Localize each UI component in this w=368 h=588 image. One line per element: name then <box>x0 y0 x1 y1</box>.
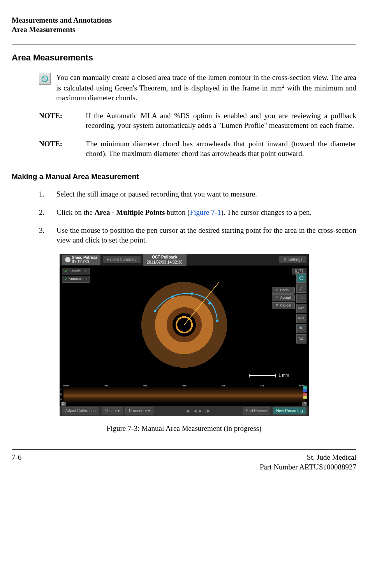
figure-reference-link[interactable]: Figure 7-1 <box>190 208 221 216</box>
area-tool-icon <box>39 73 51 85</box>
footer-rule <box>12 449 356 450</box>
new-recording-button[interactable]: New Recording <box>273 407 306 414</box>
screenshot-oct-app: Shea, Patricia ID: F0730 Patient Summary… <box>60 254 309 416</box>
gear-icon: ⚙ <box>283 257 287 262</box>
step-body: Click on the Area - Multiple Points butt… <box>56 208 356 218</box>
chevron-down-icon: ▾ <box>118 409 120 413</box>
step-2: 2. Click on the Area - Multiple Points b… <box>39 208 356 218</box>
figure-7-3: Shea, Patricia ID: F0730 Patient Summary… <box>12 254 356 434</box>
settings-button[interactable]: ⚙ Settings <box>279 256 306 263</box>
header-line-2: Area Measurements <box>12 25 356 34</box>
company-name: St. Jude Medical <box>260 453 356 462</box>
oct-image <box>137 278 231 372</box>
svg-point-3 <box>154 310 156 312</box>
note-label: NOTE: <box>39 139 86 149</box>
header-line-1: Measurements and Annotations <box>12 16 356 25</box>
note-body: The minimum diameter chord has arrowhead… <box>86 139 356 158</box>
app-header: Shea, Patricia ID: F0730 Patient Summary… <box>60 254 309 266</box>
page-header: Measurements and Annotations Area Measur… <box>12 16 356 34</box>
bookmark-markers <box>303 386 307 399</box>
page-number: 7-6 <box>12 453 21 472</box>
step-3: 3. Use the mouse to position the pen cur… <box>39 226 356 245</box>
procedure-dropdown[interactable]: Procedure ▾ <box>125 407 153 414</box>
chevron-down-icon: ▾ <box>148 409 150 413</box>
step-1: 1. Select the still image or paused reco… <box>39 190 356 199</box>
avatar-icon <box>65 257 70 262</box>
vessel-dropdown[interactable]: Vessel ▾ <box>102 407 123 414</box>
svg-point-4 <box>171 296 174 298</box>
tab-oct-pullback[interactable]: OCT Pullback 2011/02/03 14:52:36 <box>143 254 187 266</box>
svg-point-6 <box>208 302 211 305</box>
svg-line-2 <box>184 282 219 325</box>
cross-section-view[interactable]: 1 mm <box>60 266 309 384</box>
l-mode-view[interactable]: mm 10 20 30 40 50 mm 1 0 1 D P <box>60 384 309 406</box>
intro-text: You can manually create a closed area tr… <box>56 73 356 103</box>
adjust-calibration-button[interactable]: Adjust Calibration <box>62 407 99 414</box>
tab-patient-summary[interactable]: Patient Summary <box>103 256 141 263</box>
step-body: Use the mouse to position the pen cursor… <box>56 226 356 245</box>
section-title: Area Measurements <box>12 52 356 64</box>
svg-point-7 <box>216 320 218 322</box>
note-2: NOTE: The minimum diameter chord has arr… <box>39 139 356 158</box>
subsection-title: Making a Manual Area Measurement <box>12 172 356 182</box>
page-footer: 7-6 St. Jude Medical Part Number ARTUS10… <box>12 453 356 472</box>
figure-caption: Figure 7-3: Manual Area Measurement (in … <box>12 424 356 434</box>
play-forward-button[interactable]: ▶ <box>199 408 202 413</box>
svg-point-5 <box>191 292 193 295</box>
step-number: 2. <box>39 208 56 218</box>
play-back-button[interactable]: ◀ <box>194 408 197 413</box>
note-label: NOTE: <box>39 111 86 121</box>
note-body: If the Automatic MLA and %DS option is e… <box>86 111 356 130</box>
step-number: 3. <box>39 226 56 245</box>
next-frame-button[interactable]: │▶ <box>204 408 210 413</box>
intro-paragraph: You can manually create a closed area tr… <box>39 73 356 103</box>
end-review-button[interactable]: End Review <box>243 407 270 414</box>
note-1: NOTE: If the Automatic MLA and %DS optio… <box>39 111 356 130</box>
part-number: Part Number ARTUS100088927 <box>260 462 356 472</box>
scale-bar: 1 mm <box>249 372 289 378</box>
patient-badge[interactable]: Shea, Patricia ID: F0730 <box>62 255 101 265</box>
step-number: 1. <box>39 190 56 199</box>
prev-frame-button[interactable]: ◀│ <box>186 408 191 413</box>
bottom-toolbar: Adjust Calibration Vessel ▾ Procedure ▾ … <box>60 406 309 416</box>
header-rule <box>12 44 356 44</box>
step-body: Select the still image or paused recordi… <box>56 190 356 199</box>
